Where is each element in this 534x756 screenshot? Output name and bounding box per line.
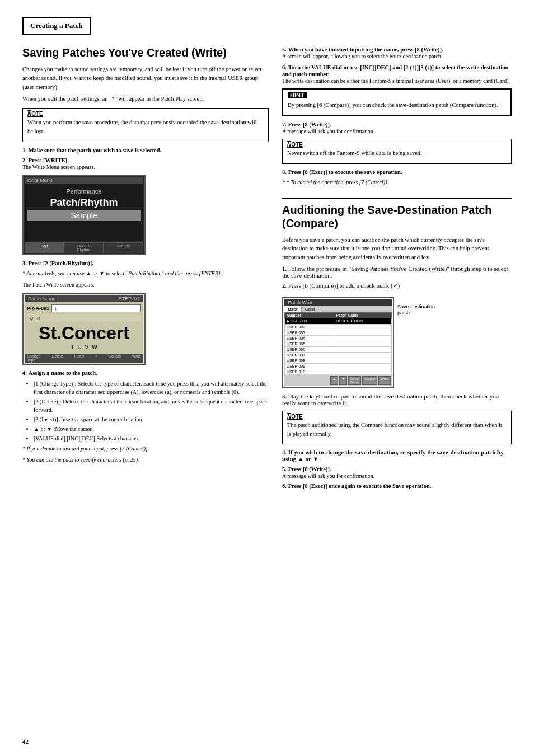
s2-step-1: 1. Follow the procedure in "Saving Patch… [282,265,512,279]
btn-cancel: Cancel [109,354,121,362]
section-divider [282,198,512,199]
s2-step5-sub: A message will ask you for confirmation. [282,473,374,479]
creating-patch-box: Creating a Patch [22,17,91,35]
note-text-3: The patch auditioned using the Compare f… [287,421,507,439]
patch-name-screen: Patch Name STEP 1/2 PR-A-881 ↓ Q R St.Co… [22,293,146,365]
left-column: Saving Patches You've Created (Write) Ch… [22,46,269,492]
s2-step3-num: 3. [282,393,287,400]
patch-name-label: Patch Name [28,296,56,302]
s2-step2-num: 2. [282,283,287,289]
pw-btn-savecopy: Save/Copy [348,376,361,385]
step-3: 3. Press [2 (Patch/Rhythm)]. [22,260,269,266]
s2-step-4: 4. If you wish to change the save destin… [282,449,512,462]
s2-step2-text: Press [6 (Compare)] to add a check mark … [288,282,400,289]
page-footer: 42 [22,738,29,745]
menu-item-sample: Sample [27,210,141,221]
table-row: USER:002 [285,324,392,330]
right-step7-text: Press [8 (Write)]. [288,121,331,128]
step4-bullets: [1 (Change Type)]: Selects the type of c… [22,379,269,443]
pw-row1-name: DESCRIPTION [334,318,392,324]
write-menu-tabbar: Perf PATCH/Rhythm Sample [25,242,143,253]
bullet-4: ▲ or ▼ :Move the cursor. [34,425,269,433]
step3-asterisks: * Alternatively, you can use ▲ or ▼ to s… [22,270,269,289]
pw-col-number: Number [285,312,334,318]
bullet-1: [1 (Change Type)]: Selects the type of c… [34,379,269,396]
patch-write-area: Patch Write User Card Number Patch Name [282,293,512,393]
step3-asterisk1: * Alternatively, you can use ▲ or ▼ to s… [22,270,269,278]
step1-text: Make sure that the patch you wish to sav… [29,147,162,153]
step4-asterisks: * If you decide to discard your input, p… [22,445,269,464]
right-step8-text: Press [8 (Exec)] to execute the save ope… [288,169,402,175]
char-list: Q R [27,314,141,322]
patch-name-step: STEP 1/2 [119,296,140,302]
section2-title: Auditioning the Save-Destination Patch (… [282,203,512,230]
tab-sample: Sample [104,243,143,253]
table-row: USER:008 [285,358,392,363]
step3-text: Press [2 (Patch/Rhythm)]. [29,260,93,266]
btn-change-type: ChangeType [27,354,41,362]
pw-btn-down: ▼ [339,376,347,385]
right-step6-text: Turn the VALUE dial or use [INC][DEC] an… [282,64,508,77]
step-2: 2. Press [WRITE]. The Write Menu screen … [22,157,269,170]
s2-step1-text: Follow the procedure in "Saving Patches … [282,265,508,279]
table-row: USER:003 [285,330,392,335]
patch-name-chars-after: T U V W [27,344,141,350]
section1-title: Saving Patches You've Created (Write) [22,46,269,59]
step-4: 4. Assign a name to the patch. [22,369,269,376]
tab-perf: Perf [25,243,64,253]
right-step6-sub: The write destination can be either the … [282,78,510,84]
table-row: USER:005 [285,341,392,346]
pw-btn-cancel: Cancel [362,376,377,385]
note-title-3: NOTE [287,414,507,420]
s2-step1-num: 1. [282,266,287,272]
table-row: USER:004 [285,335,392,341]
step2-text: Press [WRITE]. [29,157,69,163]
right-column: 5. When you have finished inputting the … [282,46,512,492]
patch-name-big-display: St.Concert [27,324,141,342]
note-title-2: NOTE [287,142,507,148]
right-step-8: 8. Press [8 (Exec)] to execute the save … [282,168,512,175]
creating-patch-title: Creating a Patch [30,21,83,30]
pw-col-name: Patch Name [334,312,392,318]
pw-row1-num: USER:001 [285,318,334,324]
pw-bottom-bar: ▲ ▼ Save/Copy Cancel Write [284,375,392,386]
s2-step5-num: 5. [282,466,287,472]
hint-text: By pressing [6 (Compare)] you can check … [288,101,506,110]
pw-btn-write: Write [378,376,391,385]
s2-step6-num: 6. [282,483,287,489]
s2-step6-text: Press [8 (Exec)] once again to execute t… [288,483,432,489]
pw-table: Number Patch Name USER:001 DESCRIPTION U… [284,312,392,375]
table-row: USER:006 [285,346,392,352]
right-step7-sub: A message will ask you for confirmation. [282,128,374,134]
patch-name-bottom-bar: ChangeType Delete Insert × Cancel Write [25,354,143,363]
btn-write: Write [132,354,141,362]
right-step5-sub: A screen will appear, allowing you to se… [282,53,442,59]
pw-row2-name [334,324,392,330]
patch-name-title-bar: Patch Name STEP 1/2 [25,295,143,302]
write-menu-title-bar: Write Menu [25,177,143,184]
pw-row2-num: USER:002 [285,324,334,330]
patch-name-body: PR-A-881 ↓ Q R St.Concert T U V W [25,302,143,354]
patch-name-cursor: ↓ [51,304,141,312]
pw-tab-user: User [284,306,302,312]
right-step-7: 7. Press [8 (Write)]. A message will ask… [282,121,512,134]
intro-p1: Changes you make to sound settings are t… [22,65,269,91]
btn-delete: Delete [51,354,63,362]
step4-num: 4. [22,370,27,376]
table-row: USER:001 DESCRIPTION [285,318,392,324]
note-box-1: NOTE When you perform the save procedure… [22,108,269,142]
note-title-1: NOTE [27,111,264,117]
pw-title: Patch Write [288,300,313,306]
write-menu-screen: Write Menu Performance Patch/Rhythm Samp… [22,175,146,255]
s2-step4-text: If you wish to change the save destinati… [282,449,504,462]
s2-step4-num: 4. [282,449,287,456]
step-1: 1. Make sure that the patch you wish to … [22,147,269,153]
bullet-3: [3 (Insert)]: Inserts a space at the cur… [34,415,269,424]
right-step5-text: When you have finished inputting the nam… [288,46,443,53]
note-box-3: NOTE The patch auditioned using the Comp… [282,411,512,445]
s2-step3-text: Play the keyboard or pad to sound the sa… [282,393,499,406]
patch-name-row: PR-A-881 ↓ [27,304,141,312]
cancel-note-text: * * To cancel the operation, press [7 (C… [282,179,512,186]
pw-title-bar: Patch Write [284,299,392,306]
note-box-2: NOTE Never switch off the Fantom-S while… [282,139,512,164]
